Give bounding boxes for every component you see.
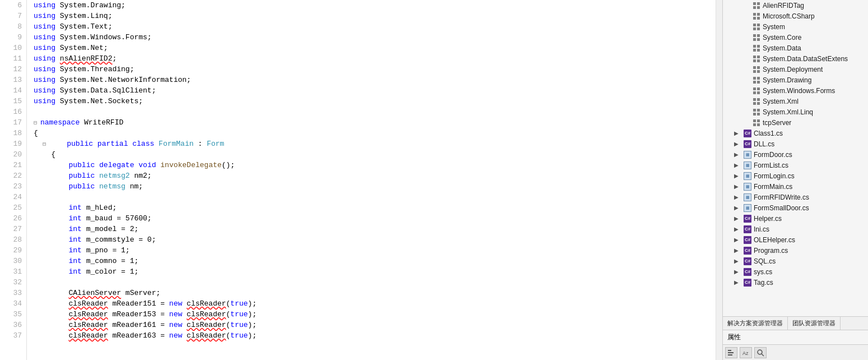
file-OLEHelper[interactable]: ▶ C# OLEHelper.cs	[723, 234, 868, 245]
ref-MicrosoftCSharp[interactable]: Microsoft.CSharp	[723, 11, 868, 21]
line-numbers: 6 7 8 9 10 11 12 13 14 15 16 17 18 19 20…	[0, 0, 27, 360]
ref-label: AlienRFIDTag	[763, 2, 868, 10]
expand-arrow-icon: ▶	[734, 173, 743, 179]
expand-arrow-icon: ▶	[734, 247, 743, 253]
ref-label: Microsoft.CSharp	[763, 12, 868, 20]
expand-arrow-icon: ▶	[734, 194, 743, 200]
line-num-29: 29	[4, 245, 22, 256]
code-line-9: using System.Windows.Forms;	[34, 32, 716, 43]
ref-SystemCore[interactable]: System.Core	[723, 32, 868, 43]
svg-rect-28	[753, 77, 756, 80]
svg-line-53	[762, 354, 764, 356]
form-file-icon: ▦	[743, 193, 752, 202]
bottom-tabs: 解决方案资源管理器 团队资源管理器	[723, 316, 868, 330]
reference-icon	[752, 1, 761, 10]
vertical-scrollbar[interactable]	[716, 0, 722, 360]
file-DLL[interactable]: ▶ C# DLL.cs	[723, 139, 868, 149]
line-num-8: 8	[4, 21, 22, 32]
code-line-36: clsReader mReader161 = new clsReader(tru…	[34, 320, 716, 330]
properties-toolbar: Az	[723, 344, 868, 360]
svg-rect-21	[757, 56, 760, 58]
svg-rect-45	[757, 119, 760, 122]
svg-rect-6	[753, 17, 756, 20]
svg-rect-37	[757, 98, 760, 101]
file-FormDoor[interactable]: ▶ ▦ FormDoor.cs	[723, 149, 868, 160]
file-label: SQL.cs	[754, 257, 868, 265]
code-line-13: using System.Net.NetworkInformation;	[34, 75, 716, 85]
file-Ini[interactable]: ▶ C# Ini.cs	[723, 224, 868, 234]
cs-file-icon: C#	[743, 278, 752, 287]
file-Tag[interactable]: ▶ C# Tag.cs	[723, 277, 868, 288]
ref-SystemWindowsForms[interactable]: System.Windows.Forms	[723, 85, 868, 96]
svg-point-52	[758, 350, 762, 354]
code-line-6: using System.Drawing;	[34, 0, 716, 11]
ref-SystemXml[interactable]: System.Xml	[723, 96, 868, 107]
ref-SystemData[interactable]: System.Data	[723, 43, 868, 53]
ref-tcpServer[interactable]: tcpServer	[723, 117, 868, 128]
svg-rect-15	[757, 38, 760, 41]
expand-arrow-icon: ▶	[734, 279, 743, 285]
reference-icon	[752, 65, 761, 74]
file-sys[interactable]: ▶ C# sys.cs	[723, 266, 868, 277]
line-num-30: 30	[4, 256, 22, 266]
svg-rect-30	[753, 81, 756, 84]
expand-arrow-icon: ▶	[734, 237, 743, 243]
file-FormList[interactable]: ▶ ▦ FormList.cs	[723, 160, 868, 170]
file-FormSmallDoor[interactable]: ▶ ▦ FormSmallDoor.cs	[723, 202, 868, 213]
code-line-23: public netmsg nm;	[34, 181, 716, 192]
file-FormRFIDWrite[interactable]: ▶ ▦ FormRFIDWrite.cs	[723, 192, 868, 202]
line-num-20: 20	[4, 149, 22, 160]
line-num-31: 31	[4, 266, 22, 277]
code-line-27: int m_model = 2;	[34, 224, 716, 234]
tab-solution-explorer[interactable]: 解决方案资源管理器	[723, 317, 788, 330]
file-label: FormMain.cs	[754, 183, 868, 191]
svg-rect-4	[753, 13, 756, 16]
svg-rect-3	[757, 6, 760, 9]
ref-SystemDrawing[interactable]: System.Drawing	[723, 75, 868, 85]
file-Helper[interactable]: ▶ C# Helper.cs	[723, 213, 868, 224]
ref-AlienRFIDTag[interactable]: AlienRFIDTag	[723, 0, 868, 11]
tab-team-explorer[interactable]: 团队资源管理器	[788, 317, 841, 330]
file-Program[interactable]: ▶ C# Program.cs	[723, 245, 868, 256]
reference-icon	[752, 54, 761, 63]
ref-SystemDataDataSet[interactable]: System.Data.DataSetExtens	[723, 53, 868, 64]
code-editor[interactable]: using System.Drawing; using System.Linq;…	[27, 0, 716, 360]
expand-arrow-icon: ▶	[734, 258, 743, 264]
code-line-30: int m_comno = 1;	[34, 256, 716, 266]
line-num-27: 27	[4, 224, 22, 234]
line-num-36: 36	[4, 320, 22, 330]
file-SQL[interactable]: ▶ C# SQL.cs	[723, 256, 868, 266]
tab-label: 团队资源管理器	[792, 319, 835, 327]
code-line-17: ⊟namespace WriteRFID	[34, 117, 716, 128]
ref-label: System.Windows.Forms	[763, 87, 868, 95]
code-line-24	[34, 192, 716, 202]
ref-label: System.Data	[763, 44, 868, 52]
form-file-icon: ▦	[743, 172, 752, 181]
svg-rect-1	[757, 2, 760, 5]
properties-sort-category-button[interactable]	[725, 347, 737, 358]
properties-label: 属性	[727, 333, 741, 341]
expand-arrow-icon: ▶	[734, 205, 743, 211]
code-line-8: using System.Text;	[34, 21, 716, 32]
ref-SystemDeployment[interactable]: System.Deployment	[723, 64, 868, 75]
svg-rect-2	[753, 6, 756, 9]
properties-search-button[interactable]	[754, 347, 767, 358]
ref-label: System.Core	[763, 34, 868, 41]
line-num-24: 24	[4, 192, 22, 202]
ref-SystemXmlLinq[interactable]: System.Xml.Linq	[723, 107, 868, 117]
file-FormMain[interactable]: ▶ ▦ FormMain.cs	[723, 181, 868, 192]
line-num-25: 25	[4, 202, 22, 213]
properties-sort-alpha-button[interactable]: Az	[740, 347, 752, 358]
file-Class1[interactable]: ▶ C# Class1.cs	[723, 128, 868, 139]
line-num-6: 6	[4, 0, 22, 11]
file-FormLogin[interactable]: ▶ ▦ FormLogin.cs	[723, 170, 868, 181]
line-num-10: 10	[4, 43, 22, 53]
expand-arrow-icon: ▶	[734, 269, 743, 275]
line-num-12: 12	[4, 64, 22, 75]
ref-System[interactable]: System	[723, 21, 868, 32]
svg-rect-11	[757, 27, 760, 30]
code-line-31: int m_color = 1;	[34, 266, 716, 277]
svg-rect-35	[757, 91, 760, 94]
line-num-13: 13	[4, 75, 22, 85]
solution-explorer: AlienRFIDTag Microsoft.CSharp System Sys…	[723, 0, 868, 316]
